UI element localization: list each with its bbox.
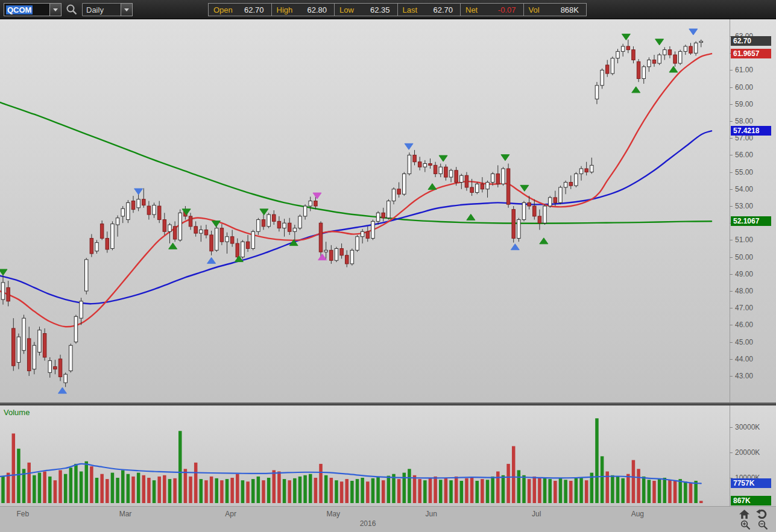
candle xyxy=(366,227,370,242)
year-label: 2016 xyxy=(360,519,376,528)
volume-bar xyxy=(564,480,567,503)
volume-bar xyxy=(303,475,307,503)
candle xyxy=(246,235,250,252)
price-tick: 54.00 xyxy=(735,184,753,194)
candle xyxy=(121,206,125,223)
ma-red-value-label: 61.9657 xyxy=(731,49,771,58)
volume-bar xyxy=(127,474,130,503)
volume-bar xyxy=(319,464,323,503)
volume-bar xyxy=(460,481,464,503)
volume-bar xyxy=(595,418,599,503)
undo-button[interactable] xyxy=(755,509,768,520)
candle xyxy=(486,181,490,198)
quote-vol-value: 868K xyxy=(561,5,579,14)
quote-last-label: Last xyxy=(403,5,418,14)
time-axis[interactable]: 2016 FebMarA xyxy=(0,506,776,532)
volume-bar xyxy=(314,478,318,503)
zoom-out-button[interactable] xyxy=(757,520,769,531)
quote-low-value: 62.35 xyxy=(370,5,390,14)
ma-green-line xyxy=(0,102,711,224)
zoom-out-icon xyxy=(758,520,768,530)
volume-bar xyxy=(1,477,5,503)
price-chart-canvas[interactable] xyxy=(0,19,730,402)
candle xyxy=(460,174,464,189)
period-select[interactable]: Daily xyxy=(82,3,121,16)
volume-axis[interactable]: 30000K20000K10000K7757K867K xyxy=(730,405,776,506)
candle xyxy=(439,164,443,178)
volume-bar xyxy=(163,475,166,503)
volume-bar xyxy=(298,477,302,503)
quote-low: Low 62.35 xyxy=(335,4,398,16)
quote-last: Last 62.70 xyxy=(398,4,461,16)
candle xyxy=(194,221,198,236)
signal-marker-green-down xyxy=(439,155,447,161)
volume-bar xyxy=(397,479,401,503)
candle xyxy=(189,213,192,230)
candle xyxy=(80,298,83,325)
candle xyxy=(605,60,609,77)
price-axis[interactable]: 63.0062.0061.0060.0059.0058.0057.0056.00… xyxy=(730,19,776,402)
volume-bar xyxy=(465,478,468,503)
volume-bar xyxy=(106,479,109,503)
candle xyxy=(506,164,510,208)
candle xyxy=(178,210,182,242)
candle xyxy=(601,69,604,89)
volume-bar xyxy=(330,478,333,503)
month-label: Feb xyxy=(16,510,29,518)
price-tick: 50.00 xyxy=(735,252,753,262)
candle xyxy=(616,49,620,63)
volume-bar xyxy=(418,479,421,503)
symbol-input[interactable]: QCOM xyxy=(4,3,49,16)
candle xyxy=(251,230,255,250)
volume-bar xyxy=(569,481,573,503)
volume-bar xyxy=(142,475,146,503)
search-button[interactable] xyxy=(65,4,78,16)
price-tick: 44.00 xyxy=(735,354,753,364)
candle xyxy=(621,44,625,57)
ma-red-line xyxy=(0,54,711,327)
signal-marker-green-up xyxy=(540,238,548,244)
volume-bar xyxy=(658,479,661,503)
chevron-down-icon xyxy=(53,8,58,11)
candle xyxy=(142,188,146,207)
symbol-dropdown-button[interactable] xyxy=(49,3,62,16)
home-button[interactable] xyxy=(738,510,750,521)
volume-chart-canvas[interactable] xyxy=(0,405,730,506)
candle xyxy=(444,164,448,181)
volume-bar xyxy=(533,477,537,503)
volume-bar xyxy=(43,472,46,504)
candle xyxy=(293,225,297,242)
volume-bar xyxy=(33,475,36,503)
price-tick: 49.00 xyxy=(735,269,753,279)
candle xyxy=(595,82,599,104)
volume-bar xyxy=(444,478,448,503)
volume-bar xyxy=(621,478,625,503)
volume-bar xyxy=(434,477,437,503)
signal-marker-green-down xyxy=(520,185,529,191)
signal-marker-green-up xyxy=(428,184,437,190)
volume-bar xyxy=(361,478,364,503)
candle xyxy=(392,187,396,204)
volume-bar xyxy=(111,473,115,503)
price-tick: 46.00 xyxy=(735,320,753,330)
period-dropdown-button[interactable] xyxy=(121,3,133,16)
candle xyxy=(12,318,16,371)
volume-bar xyxy=(491,477,494,503)
candle xyxy=(283,219,286,237)
signal-marker-green-up xyxy=(467,214,475,220)
volume-bar xyxy=(220,480,224,503)
quote-open: Open 62.70 xyxy=(209,4,272,16)
volume-bar xyxy=(632,460,636,503)
candle xyxy=(579,166,583,181)
volume-bar xyxy=(554,481,557,503)
candle xyxy=(303,204,307,219)
volume-bar xyxy=(486,480,490,503)
volume-bar xyxy=(194,463,198,503)
candle xyxy=(517,218,521,242)
zoom-in-button[interactable] xyxy=(739,520,751,531)
candle xyxy=(38,327,41,355)
candle xyxy=(17,334,20,369)
volume-bar xyxy=(528,479,531,503)
volume-bar xyxy=(54,480,57,503)
candle xyxy=(220,224,224,245)
